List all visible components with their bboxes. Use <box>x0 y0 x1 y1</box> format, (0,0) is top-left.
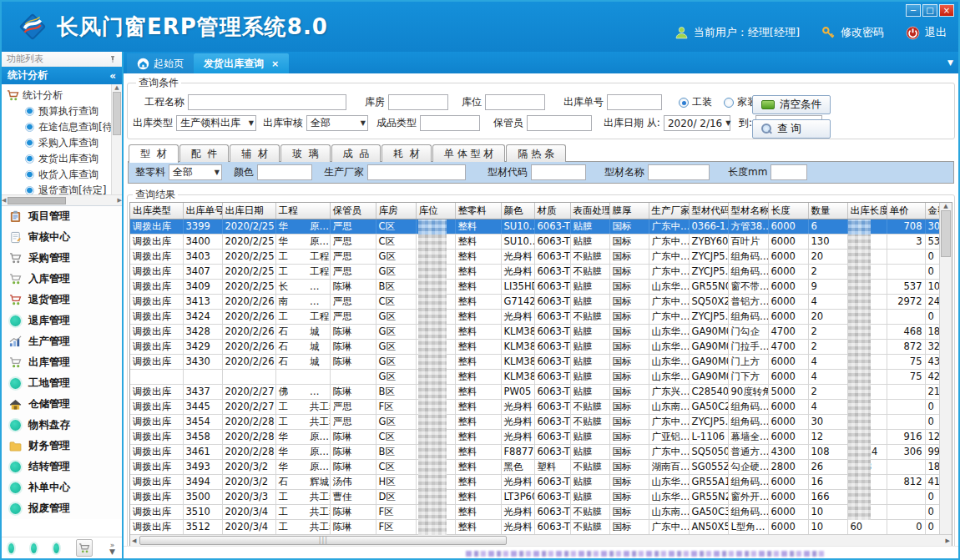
tree-item-预算执行查询[interactable]: 预算执行查询 <box>7 103 122 119</box>
sidebar-module-财务管理[interactable]: 财务管理 <box>2 436 122 457</box>
radio-workwear[interactable]: 工装 <box>679 95 712 109</box>
table-row[interactable]: 调拨出库34092020/2/25长…陈琳B区2R5F整料LI35HD6063-… <box>130 279 939 294</box>
vscroll-thumb[interactable] <box>941 210 951 257</box>
profile-code-input[interactable] <box>531 164 586 180</box>
column-header-单价[interactable]: 单价 <box>887 203 925 219</box>
sidebar-module-入库管理[interactable]: 入库管理 <box>2 269 122 290</box>
tab-shipping-outbound-query[interactable]: 发货出库查询 × <box>194 53 289 73</box>
column-header-整零料[interactable]: 整零料 <box>455 203 501 219</box>
sidebar-module-出库管理[interactable]: 出库管理 <box>2 352 122 373</box>
project-name-input[interactable] <box>188 94 346 110</box>
material-tab-配件[interactable]: 配 件 <box>179 144 230 162</box>
radio-homewear-icon[interactable] <box>724 98 734 108</box>
table-row[interactable]: 调拨出库34292020/2/26石城陈琳G区5R2F整料KLM38176063… <box>130 339 939 354</box>
sidebar-module-物料盘存[interactable]: 物料盘存 <box>2 415 122 436</box>
sidebar-module-退货管理[interactable]: 退货管理 <box>2 290 122 310</box>
tree-item-发货出库查询[interactable]: 发货出库查询 <box>7 151 122 167</box>
table-row[interactable]: 调拨出库34032020/2/25工工程严思G区1R1F整料光身料6063-T5… <box>130 249 939 264</box>
table-row[interactable]: 调拨出库34612020/2/28华原…陈琳B区1R2F整料F8877FT606… <box>130 444 939 459</box>
material-tab-玻璃[interactable]: 玻 璃 <box>280 144 331 162</box>
sidebar-module-退库管理[interactable]: 退库管理 <box>2 310 122 331</box>
radio-workwear-icon[interactable] <box>679 98 689 108</box>
search-button[interactable]: 查 询 <box>752 119 831 139</box>
scroll-right-icon[interactable]: ▶ <box>944 537 952 544</box>
column-header-颜色[interactable]: 颜色 <box>501 203 534 219</box>
column-header-库位[interactable]: 库位 <box>416 203 455 219</box>
scroll-right-icon[interactable]: ▶ <box>118 197 122 204</box>
table-row[interactable]: 调拨出库35102020/3/4工共工程陈琳F区5R1F整料光身料6063-T5… <box>130 504 939 519</box>
column-header-出库长度[interactable]: 出库长度 <box>847 203 887 219</box>
tree-vertical-scrollbar[interactable]: ▲ <box>111 84 122 194</box>
clear-conditions-button[interactable]: 清空条件 <box>752 95 831 114</box>
product-type-input[interactable] <box>420 115 480 131</box>
collapse-icon[interactable]: « <box>109 70 116 82</box>
column-header-表面处理[interactable]: 表面处理 <box>570 203 609 219</box>
tree-item-收货入库查询[interactable]: 收货入库查询 <box>7 167 122 183</box>
tab-close-icon[interactable]: × <box>271 58 279 69</box>
material-tab-单体型材[interactable]: 单 体 型 材 <box>432 144 505 162</box>
column-header-出库单号[interactable]: 出库单号 <box>183 203 222 219</box>
footer-cart-button[interactable] <box>76 539 93 557</box>
table-row[interactable]: G区3L3F整料KLM38176063-T5贴膜国标山东华…GA90M09…门下… <box>130 369 939 384</box>
table-row[interactable]: 调拨出库34942020/3/2石辉城汤伟H区5R1F整料光身料6063-T5贴… <box>130 474 939 489</box>
material-tab-型材[interactable]: 型 材 <box>129 144 179 163</box>
color-input[interactable] <box>257 164 312 180</box>
column-header-库房[interactable]: 库房 <box>376 203 416 219</box>
sidebar-module-审核中心[interactable]: 审核中心 <box>2 227 122 248</box>
table-row[interactable]: 调拨出库34452020/2/27工共工程严思F区5R1F整料光身料6063-T… <box>130 399 939 414</box>
warehouse-input[interactable] <box>388 94 448 110</box>
tree-item-在途信息查询[待[interactable]: 在途信息查询[待 <box>7 119 122 135</box>
column-header-保管员[interactable]: 保管员 <box>330 203 376 219</box>
tree-root-node[interactable]: 统计分析 <box>7 87 122 103</box>
table-row[interactable]: 调拨出库35002020/3/3工共工程曹佳D区3L1F整料LT3P606063… <box>130 489 939 504</box>
close-button[interactable]: × <box>939 4 954 17</box>
scroll-up-icon[interactable]: ▲ <box>940 203 952 209</box>
tree-hscroll-thumb[interactable] <box>8 197 66 204</box>
pin-icon[interactable] <box>109 55 117 63</box>
maximize-button[interactable]: □ <box>922 4 937 17</box>
column-header-数量[interactable]: 数量 <box>808 203 847 219</box>
stats-group-header[interactable]: 统计分析 « <box>2 67 122 84</box>
column-header-材质[interactable]: 材质 <box>534 203 570 219</box>
column-header-出库日期[interactable]: 出库日期 <box>222 203 275 219</box>
table-row[interactable]: 调拨出库34242020/2/26工工程严思G区1L1F整料光身料6063-T5… <box>130 309 939 324</box>
table-row[interactable]: 调拨出库34282020/2/26石城陈琳G区2L4F整料KLM38176063… <box>130 324 939 339</box>
tab-overflow-icon[interactable]: ▼ <box>947 58 953 67</box>
hscroll-thumb[interactable]: ||| <box>139 536 507 545</box>
material-tab-成品[interactable]: 成 品 <box>331 144 381 162</box>
sidebar-module-补单中心[interactable]: 补单中心 <box>2 477 122 498</box>
sidebar-module-生产管理[interactable]: 生产管理 <box>2 331 122 352</box>
tree-item-采购入库查询[interactable]: 采购入库查询 <box>7 135 122 151</box>
footer-module-icon[interactable] <box>31 543 37 553</box>
sidebar-module-工地管理[interactable]: 工地管理 <box>2 373 122 394</box>
column-header-型材代码[interactable]: 型材代码 <box>689 203 728 219</box>
column-header-金额[interactable]: 金额 <box>925 203 939 219</box>
tab-home[interactable]: 起始页 <box>127 53 194 73</box>
scroll-up-icon[interactable]: ▲ <box>112 84 122 91</box>
tree-horizontal-scrollbar[interactable]: ◀ ▶ <box>2 194 122 205</box>
column-header-出库类型[interactable]: 出库类型 <box>130 203 183 219</box>
change-password-link[interactable]: 修改密码 <box>841 25 884 40</box>
table-row[interactable]: 调拨出库34582020/2/28华原…陈琳C区4L1F整料光身料6063-T5… <box>130 429 939 444</box>
table-row[interactable]: 调拨出库35122020/3/4工共工程陈琳F区1L2F整料光身料6063-T5… <box>130 519 939 534</box>
table-row[interactable]: 调拨出库34002020/2/25华原…严思C区4L1F整料SU10…6063-… <box>130 234 939 249</box>
material-tab-隔热条[interactable]: 隔 热 条 <box>506 144 566 162</box>
location-input[interactable] <box>485 94 545 110</box>
logout-link[interactable]: 退出 <box>925 25 947 40</box>
length-input[interactable] <box>771 164 807 180</box>
footer-module-icon[interactable] <box>53 543 59 553</box>
material-tab-耗材[interactable]: 耗 材 <box>381 144 432 162</box>
outbound-type-select[interactable]: 生产领料出库▼ <box>176 115 256 131</box>
sidebar-module-采购管理[interactable]: 采购管理 <box>2 248 122 269</box>
factory-input[interactable] <box>367 164 466 180</box>
column-header-长度[interactable]: 长度 <box>768 203 808 219</box>
sidebar-module-报废管理[interactable]: 报废管理 <box>2 498 122 519</box>
table-row[interactable]: 调拨出库34372020/2/27佛…陈琳B区3R6F整料PW056063-T5… <box>130 384 939 399</box>
table-row[interactable]: 调拨出库34542020/2/28工共工程严思G区1R1F整料光身料6063-T… <box>130 414 939 429</box>
date-from-picker[interactable]: 2020/ 2/16▼ <box>664 115 730 131</box>
column-header-生产厂家[interactable]: 生产厂家 <box>649 203 689 219</box>
column-header-膜厚[interactable]: 膜厚 <box>609 203 649 219</box>
sidebar-module-仓储管理[interactable]: 仓储管理 <box>2 394 122 415</box>
outbound-audit-select[interactable]: 全部▼ <box>306 115 368 131</box>
material-tab-辅材[interactable]: 辅 材 <box>230 144 280 162</box>
